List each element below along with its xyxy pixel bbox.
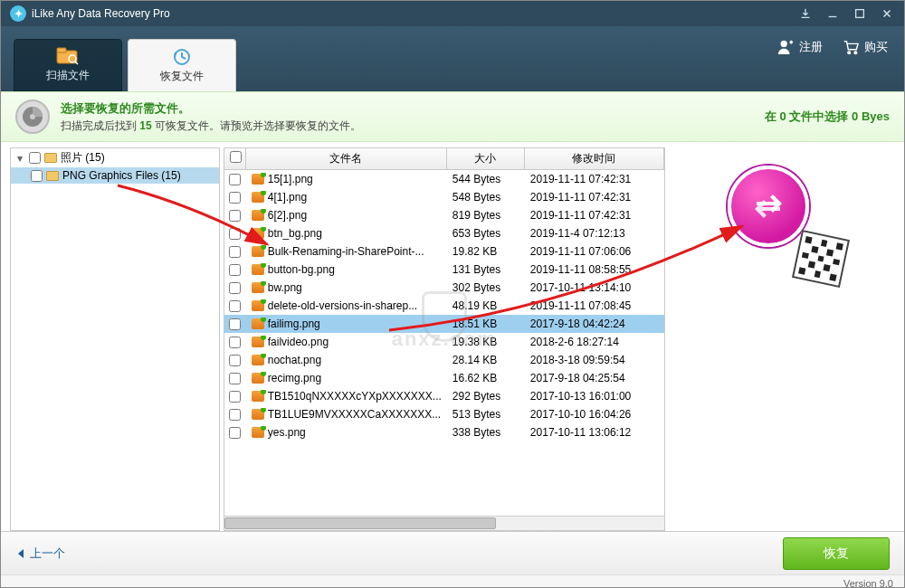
table-row[interactable]: 15[1].png544 Bytes2019-11-11 07:42:31: [224, 170, 664, 188]
header: 扫描文件 恢复文件 注册 购买: [1, 26, 904, 91]
collapse-icon[interactable]: ▾: [14, 152, 25, 165]
file-size: 18.51 KB: [447, 318, 525, 330]
col-name[interactable]: 文件名: [246, 148, 447, 169]
col-date[interactable]: 修改时间: [525, 148, 664, 169]
select-all-checkbox[interactable]: [230, 151, 242, 163]
row-checkbox[interactable]: [229, 228, 241, 240]
file-size: 548 Bytes: [447, 191, 525, 204]
file-size: 16.62 KB: [447, 372, 525, 384]
row-checkbox[interactable]: [229, 174, 241, 185]
info-heading: 选择要恢复的所需文件。: [61, 100, 765, 117]
category-tree[interactable]: ▾ 照片 (15) PNG Graphics Files (15): [10, 147, 220, 531]
tab-recover-label: 恢复文件: [160, 69, 204, 84]
version-label: Version 9.0: [1, 574, 904, 588]
tab-recover[interactable]: 恢复文件: [128, 39, 236, 91]
back-label: 上一个: [30, 545, 65, 562]
close-button[interactable]: [873, 5, 900, 23]
file-date: 2017-10-11 13:06:12: [525, 426, 664, 439]
tab-scan[interactable]: 扫描文件: [14, 39, 122, 91]
tree-child[interactable]: PNG Graphics Files (15): [11, 167, 219, 184]
table-row[interactable]: failvideo.png19.38 KB2018-2-6 18:27:14: [224, 333, 664, 351]
row-checkbox[interactable]: [229, 373, 241, 384]
file-name: TB1510qNXXXXXcYXpXXXXXXX...: [268, 390, 442, 403]
user-plus-icon: [777, 39, 794, 55]
file-date: 2017-9-18 04:25:54: [525, 372, 664, 384]
table-row[interactable]: TB1510qNXXXXXcYXpXXXXXXX...292 Bytes2017…: [224, 387, 664, 405]
tree-root[interactable]: ▾ 照片 (15): [11, 148, 219, 167]
info-disk-icon: [15, 100, 50, 134]
file-size: 292 Bytes: [447, 390, 525, 403]
back-button[interactable]: 上一个: [15, 545, 65, 562]
tree-child-checkbox[interactable]: [31, 170, 43, 182]
file-size: 19.82 KB: [447, 245, 525, 258]
row-checkbox[interactable]: [229, 246, 241, 258]
table-row[interactable]: btn_bg.png653 Bytes2019-11-4 07:12:13: [224, 224, 664, 242]
buy-button[interactable]: 购买: [843, 39, 888, 55]
file-name: Bulk-Renaming-in-SharePoint-...: [268, 245, 424, 258]
row-checkbox[interactable]: [229, 337, 241, 348]
maximize-button[interactable]: [846, 5, 873, 23]
table-row[interactable]: failimg.png18.51 KB2017-9-18 04:42:24: [224, 315, 664, 333]
row-checkbox[interactable]: [229, 391, 241, 403]
table-row[interactable]: yes.png338 Bytes2017-10-11 13:06:12: [224, 423, 664, 441]
row-checkbox[interactable]: [229, 427, 241, 439]
file-date: 2018-3-18 09:59:54: [525, 354, 664, 366]
table-row[interactable]: Bulk-Renaming-in-SharePoint-...19.82 KB2…: [224, 242, 664, 261]
swap-arrows-icon: [728, 166, 809, 247]
file-size: 48.19 KB: [447, 299, 525, 312]
row-checkbox[interactable]: [229, 192, 241, 204]
scrollbar-thumb[interactable]: [224, 517, 496, 529]
selection-summary: 在 0 文件中选择 0 Byes: [765, 109, 890, 125]
folder-icon: [46, 171, 59, 181]
buy-label: 购买: [864, 39, 888, 55]
row-checkbox[interactable]: [229, 318, 241, 330]
file-name: 6[2].png: [268, 209, 307, 222]
table-row[interactable]: TB1LUE9MVXXXXXCaXXXXXXX...513 Bytes2017-…: [224, 405, 664, 423]
tree-root-checkbox[interactable]: [29, 152, 41, 164]
table-row[interactable]: delete-old-versions-in-sharep...48.19 KB…: [224, 297, 664, 315]
row-checkbox[interactable]: [229, 300, 241, 312]
triangle-left-icon: [15, 548, 26, 559]
footer: 上一个 恢复: [1, 531, 904, 574]
row-checkbox[interactable]: [229, 264, 241, 276]
svg-point-9: [30, 114, 35, 119]
file-date: 2019-11-11 07:42:31: [525, 191, 664, 204]
preview-logo: [728, 166, 836, 274]
titlebar: ✦ iLike Any Data Recovery Pro: [1, 1, 904, 26]
file-date: 2018-2-6 18:27:14: [525, 336, 664, 348]
file-size: 544 Bytes: [447, 173, 525, 185]
tab-scan-label: 扫描文件: [46, 68, 90, 83]
file-icon: [252, 355, 264, 365]
table-row[interactable]: 4[1].png548 Bytes2019-11-11 07:42:31: [224, 188, 664, 206]
file-size: 131 Bytes: [447, 263, 525, 276]
main-content: ▾ 照片 (15) PNG Graphics Files (15) 文件名 大小…: [1, 142, 904, 531]
qr-code-icon: [792, 230, 850, 288]
download-icon[interactable]: [792, 5, 819, 23]
file-list[interactable]: 文件名 大小 修改时间 15[1].png544 Bytes2019-11-11…: [224, 147, 665, 531]
table-row[interactable]: nochat.png28.14 KB2018-3-18 09:59:54: [224, 351, 664, 369]
minimize-button[interactable]: [819, 5, 846, 23]
row-checkbox[interactable]: [229, 210, 241, 222]
file-icon: [252, 391, 264, 402]
table-row[interactable]: 6[2].png819 Bytes2019-11-11 07:42:31: [224, 206, 664, 224]
file-date: 2019-11-4 07:12:13: [525, 227, 664, 240]
file-size: 653 Bytes: [447, 227, 525, 240]
table-row[interactable]: recimg.png16.62 KB2017-9-18 04:25:54: [224, 369, 664, 387]
file-icon: [252, 210, 264, 221]
file-icon: [252, 228, 264, 239]
file-date: 2019-11-11 07:08:45: [525, 299, 664, 312]
file-icon: [252, 246, 264, 257]
recover-button[interactable]: 恢复: [783, 537, 890, 570]
list-header: 文件名 大小 修改时间: [224, 148, 664, 170]
table-row[interactable]: button-bg.png131 Bytes2019-11-11 08:58:5…: [224, 261, 664, 279]
row-checkbox[interactable]: [229, 409, 241, 421]
row-checkbox[interactable]: [229, 355, 241, 366]
row-checkbox[interactable]: [229, 282, 241, 294]
horizontal-scrollbar[interactable]: [224, 516, 664, 530]
file-name: nochat.png: [268, 354, 321, 366]
table-row[interactable]: bw.png302 Bytes2017-10-11 13:14:10: [224, 279, 664, 297]
register-button[interactable]: 注册: [777, 39, 823, 55]
register-label: 注册: [799, 39, 823, 55]
col-size[interactable]: 大小: [447, 148, 525, 169]
folder-icon: [44, 153, 57, 163]
